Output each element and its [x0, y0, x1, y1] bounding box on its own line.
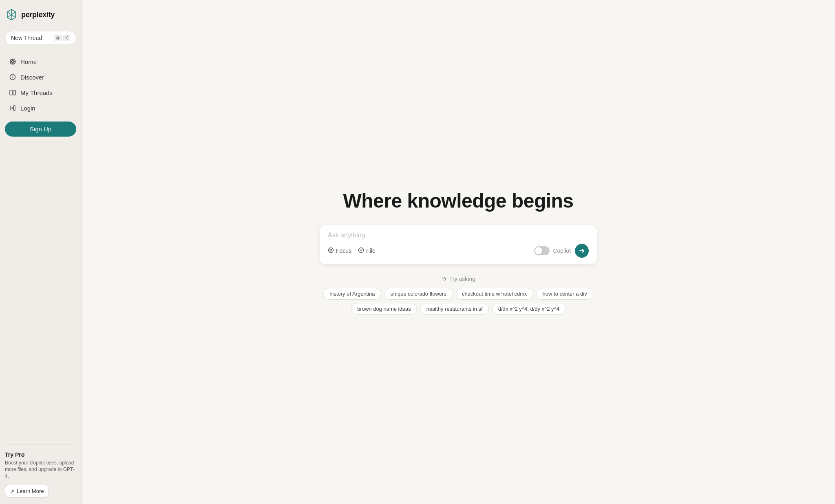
- learn-more-label: Learn More: [17, 488, 44, 494]
- try-asking-text: Try asking: [449, 276, 475, 282]
- svg-point-1: [12, 61, 14, 63]
- svg-rect-9: [10, 90, 12, 95]
- sidebar-bottom: Try Pro Boost your Copilot uses, upload …: [5, 444, 76, 497]
- svg-point-12: [329, 248, 334, 252]
- chip-dog-names[interactable]: brown dog name ideas: [351, 303, 417, 315]
- focus-label: Focus: [336, 248, 351, 254]
- submit-button[interactable]: [575, 244, 589, 258]
- login-icon: [9, 104, 16, 112]
- main-content: Where knowledge begins Focus: [82, 0, 835, 504]
- chip-restaurants-sf[interactable]: healthy restaurants in sf: [420, 303, 489, 315]
- learn-more-button[interactable]: ↗ Learn More: [5, 485, 49, 497]
- new-thread-shortcut: ⌘ K: [54, 35, 70, 41]
- sidebar-item-discover-label: Discover: [20, 74, 44, 81]
- signup-button[interactable]: Sign Up: [5, 122, 76, 137]
- new-thread-button[interactable]: New Thread ⌘ K: [5, 31, 76, 45]
- focus-button[interactable]: Focus: [328, 245, 351, 256]
- suggestion-chips: history of Argentina unique colorado flo…: [320, 288, 597, 315]
- sidebar-item-home[interactable]: Home: [5, 55, 76, 69]
- file-button[interactable]: File: [358, 245, 376, 256]
- svg-rect-11: [13, 106, 15, 111]
- svg-point-8: [12, 77, 13, 77]
- compass-icon: [9, 73, 16, 81]
- new-thread-label: New Thread: [11, 35, 42, 41]
- try-pro-title: Try Pro: [5, 451, 76, 458]
- chip-checkout-cdmx[interactable]: checkout time w hotel cdmx: [456, 288, 533, 300]
- chip-colorado-flowers[interactable]: unique colorado flowers: [384, 288, 453, 300]
- sidebar-item-home-label: Home: [20, 58, 37, 65]
- sidebar-item-my-threads[interactable]: My Threads: [5, 86, 76, 99]
- hero-title: Where knowledge begins: [343, 190, 573, 212]
- svg-point-13: [330, 249, 332, 251]
- logo-text: perplexity: [21, 11, 55, 19]
- try-asking-icon: [441, 276, 447, 282]
- try-asking-section: Try asking history of Argentina unique c…: [320, 276, 597, 315]
- search-actions-left: Focus File: [328, 245, 376, 256]
- search-focus-icon: [328, 247, 334, 254]
- chip-calculus[interactable]: d/dx x^2 y^4, d/dy x^2 y^4: [492, 303, 566, 315]
- sidebar-item-my-threads-label: My Threads: [20, 89, 53, 96]
- shortcut-cmd: ⌘: [54, 35, 62, 41]
- try-pro-description: Boost your Copilot uses, upload more fil…: [5, 460, 76, 480]
- arrow-right-icon: [579, 248, 585, 254]
- sidebar: perplexity New Thread ⌘ K Home: [0, 0, 82, 504]
- toggle-track[interactable]: [534, 246, 550, 255]
- search-input[interactable]: [328, 232, 589, 239]
- shortcut-key: K: [63, 35, 70, 41]
- logo-area: perplexity: [5, 7, 76, 23]
- perplexity-logo-icon: [5, 8, 18, 21]
- try-asking-label: Try asking: [320, 276, 597, 282]
- file-label: File: [366, 248, 376, 254]
- chip-history-argentina[interactable]: history of Argentina: [323, 288, 381, 300]
- search-actions-right: Copilot: [534, 244, 589, 258]
- svg-rect-10: [13, 90, 15, 95]
- file-icon: [358, 247, 364, 254]
- home-icon: [9, 58, 16, 65]
- copilot-toggle[interactable]: Copilot: [534, 246, 571, 255]
- search-footer: Focus File: [328, 244, 589, 258]
- threads-icon: [9, 89, 16, 96]
- sidebar-item-login[interactable]: Login: [5, 101, 76, 115]
- chip-center-div[interactable]: how to center a div: [537, 288, 593, 300]
- learn-more-arrow-icon: ↗: [10, 489, 14, 494]
- nav-items: Home Discover My Threads: [5, 55, 76, 444]
- sidebar-item-discover[interactable]: Discover: [5, 70, 76, 84]
- toggle-thumb: [535, 247, 542, 254]
- search-container: Focus File: [320, 225, 597, 264]
- copilot-label: Copilot: [553, 248, 571, 254]
- sidebar-item-login-label: Login: [20, 105, 35, 112]
